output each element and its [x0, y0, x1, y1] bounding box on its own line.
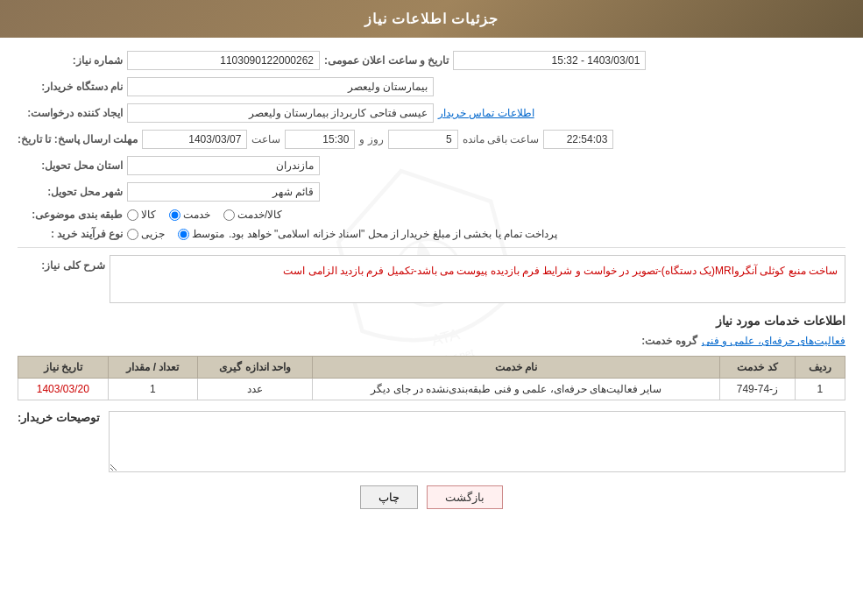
response-time-input[interactable]	[285, 130, 355, 149]
buyer-org-input[interactable]	[127, 77, 434, 96]
col-date: تاریخ نیاز	[18, 357, 109, 379]
action-buttons: بازگشت چاپ	[18, 485, 845, 522]
category-goods-option[interactable]: کالا	[127, 209, 156, 221]
purchase-partial-option[interactable]: جزیی	[127, 228, 165, 240]
city-label: شهر محل تحویل:	[18, 186, 123, 198]
creator-label: ایجاد کننده درخواست:	[18, 107, 123, 119]
category-goods-radio[interactable]	[127, 209, 138, 221]
category-service-radio[interactable]	[169, 209, 180, 221]
category-label: طبقه بندی موضوعی:	[18, 209, 123, 221]
need-number-input[interactable]	[127, 51, 320, 70]
purchase-medium-radio[interactable]	[178, 229, 189, 240]
purchase-medium-option[interactable]: متوسط	[178, 228, 224, 240]
category-both-label: کالا/خدمت	[237, 209, 282, 221]
buyer-notes-section: توصیحات خریدار:	[18, 411, 845, 472]
category-service-option[interactable]: خدمت	[169, 209, 210, 221]
services-section-header: اطلاعات خدمات مورد نیاز	[18, 314, 845, 328]
creator-input[interactable]	[127, 103, 434, 123]
response-deadline-label: مهلت ارسال پاسخ: تا تاریخ:	[18, 133, 138, 145]
back-button[interactable]: بازگشت	[427, 485, 503, 509]
services-table: ردیف کد خدمت نام خدمت واحد اندازه گیری ت…	[18, 356, 845, 400]
service-group-link[interactable]: فعالیت‌های حرفه‌ای، علمی و فنی	[702, 335, 845, 347]
col-row-num: ردیف	[795, 357, 845, 379]
cell-service-name: سایر فعالیت‌های حرفه‌ای، علمی و فنی طبقه…	[313, 379, 720, 400]
cell-unit: عدد	[198, 379, 313, 400]
cell-row-num: 1	[795, 379, 845, 400]
need-number-label: شماره نیاز:	[18, 54, 123, 67]
remaining-label: ساعت باقی مانده	[463, 133, 540, 145]
cell-service-code: ز-74-749	[720, 379, 796, 400]
service-group-label: گروه خدمت:	[592, 335, 697, 347]
cell-quantity: 1	[108, 379, 198, 400]
category-service-label: خدمت	[183, 209, 210, 221]
category-both-option[interactable]: کالا/خدمت	[223, 209, 282, 221]
buyer-notes-textarea[interactable]	[109, 411, 845, 472]
table-row: 1 ز-74-749 سایر فعالیت‌های حرفه‌ای، علمی…	[18, 379, 845, 400]
time-label: ساعت	[251, 133, 280, 145]
contact-info-link[interactable]: اطلاعات تماس خریدار	[438, 107, 534, 119]
day-label: روز و	[359, 133, 383, 145]
announce-date-label: تاریخ و ساعت اعلان عمومی:	[324, 54, 449, 67]
province-input[interactable]	[127, 156, 320, 175]
buyer-org-label: نام دستگاه خریدار:	[18, 81, 123, 93]
cell-date: 1403/03/20	[18, 379, 109, 400]
print-button[interactable]: چاپ	[360, 485, 418, 509]
buyer-notes-label: توصیحات خریدار:	[18, 411, 100, 424]
divider-1	[18, 247, 845, 248]
remaining-time-input[interactable]	[543, 130, 613, 149]
purchase-type-label: نوع فرآیند خرید :	[18, 228, 123, 240]
purchase-type-radio-group: متوسط جزیی	[127, 228, 224, 240]
purchase-note: پرداخت تمام یا بخشی از مبلغ خریدار از مح…	[229, 228, 557, 240]
response-day-input[interactable]	[388, 130, 458, 149]
col-quantity: تعداد / مقدار	[108, 357, 198, 379]
col-service-name: نام خدمت	[313, 357, 720, 379]
announce-date-input[interactable]	[453, 51, 646, 70]
response-date-input[interactable]	[142, 130, 247, 149]
description-box: ساخت منبع کوثلی آنگروMRI(یک دستگاه)-تصوی…	[110, 255, 845, 303]
purchase-partial-label: جزیی	[141, 228, 165, 240]
category-radio-group: کالا/خدمت خدمت کالا	[127, 209, 282, 221]
province-label: استان محل تحویل:	[18, 159, 123, 172]
purchase-medium-label: متوسط	[192, 228, 224, 240]
city-input[interactable]	[127, 182, 320, 202]
page-title: جزئیات اطلاعات نیاز	[0, 0, 863, 38]
col-unit: واحد اندازه گیری	[198, 357, 313, 379]
purchase-partial-radio[interactable]	[127, 229, 138, 240]
col-service-code: کد خدمت	[720, 357, 796, 379]
category-both-radio[interactable]	[223, 209, 235, 221]
description-label: شرح کلی نیاز:	[18, 255, 105, 272]
category-goods-label: کالا	[141, 209, 156, 221]
